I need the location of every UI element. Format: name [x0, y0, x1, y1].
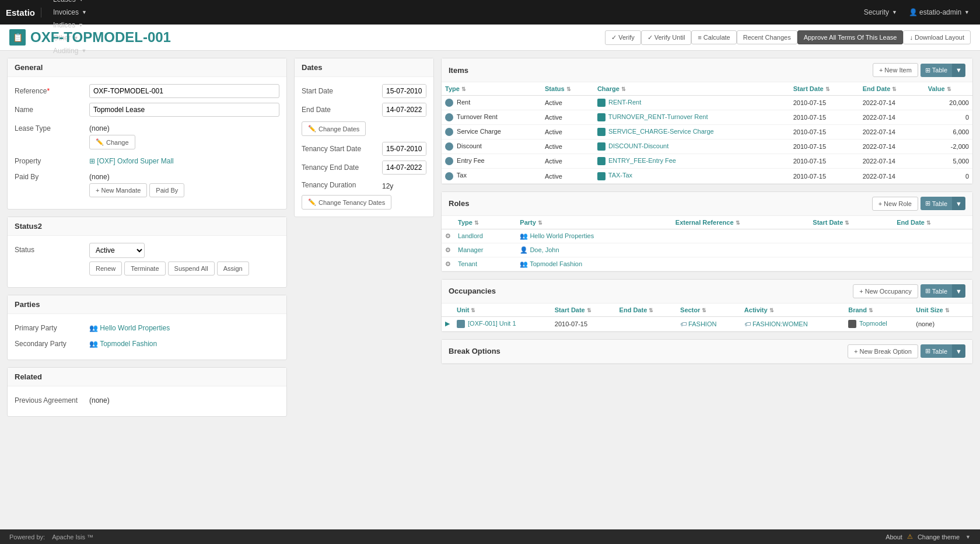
items-table-button[interactable]: ⊞ Table: [921, 64, 952, 77]
break-options-table-dropdown[interactable]: ▼: [952, 344, 965, 358]
items-header: Items + New Item ⊞ Table ▼: [442, 58, 972, 82]
nav-user[interactable]: 👤 estatio-admin▼: [904, 6, 974, 19]
item-charge-link[interactable]: RENT-Rent: [608, 99, 641, 106]
status2-body: Status Active Inactive Suspended Renew T…: [8, 236, 286, 287]
right-column: Items + New Item ⊞ Table ▼ Type ⇅ Status…: [441, 58, 973, 364]
reference-input[interactable]: [89, 84, 279, 98]
suspend-all-button[interactable]: Suspend All: [168, 261, 215, 276]
end-date-input[interactable]: [383, 103, 426, 116]
secondary-party-link[interactable]: Topmodel Fashion: [100, 340, 157, 348]
new-occupancy-button[interactable]: + New Occupancy: [853, 284, 918, 298]
page-header: 📋 OXF-TOPMODEL-001 ✓ Verify✓ Verify Unti…: [0, 25, 980, 51]
status-select[interactable]: Active Inactive Suspended: [89, 243, 145, 258]
items-col-charge[interactable]: Charge ⇅: [594, 82, 790, 96]
role-start-date: [809, 243, 893, 257]
calculate-button[interactable]: ≡ Calculate: [691, 30, 736, 44]
approve-all-terms-of-this-lease-button[interactable]: Approve All Terms Of This Lease: [797, 30, 904, 44]
occ-col-sector[interactable]: Sector ⇅: [677, 304, 741, 317]
item-charge-link[interactable]: SERVICE_CHARGE-Service Charge: [608, 128, 714, 135]
verify-until-button[interactable]: ✓ Verify Until: [641, 30, 692, 45]
nav-item-auditing[interactable]: Auditing▼: [48, 44, 110, 57]
roles-col-type-label[interactable]: Type ⇅: [454, 216, 516, 229]
renew-button[interactable]: Renew: [89, 261, 122, 276]
occ-sector: 🏷 FASHION: [677, 316, 741, 331]
primary-party-link[interactable]: Hello World Properties: [100, 324, 170, 332]
start-date-input[interactable]: [383, 85, 426, 97]
roles-col-party[interactable]: Party ⇅: [516, 216, 672, 229]
tenancy-end-input[interactable]: [383, 161, 426, 174]
new-item-button[interactable]: + New Item: [873, 63, 918, 77]
occ-col-brand[interactable]: Brand ⇅: [845, 304, 912, 317]
occ-activity-link[interactable]: FASHION:WOMEN: [752, 320, 808, 327]
items-col-status[interactable]: Status ⇅: [541, 82, 594, 96]
roles-table-button[interactable]: ⊞ Table: [921, 197, 952, 210]
download-layout-button[interactable]: ↓ Download Layout: [903, 30, 971, 44]
tenancy-start-input[interactable]: [383, 142, 426, 155]
items-table-body: Rent Active RENT-Rent 2010-07-15 2022-07…: [442, 96, 972, 184]
change-button[interactable]: ✏️ Change: [89, 135, 135, 149]
occ-col-activity[interactable]: Activity ⇅: [741, 304, 845, 317]
item-value: -2,000: [925, 140, 972, 154]
occ-col-unit[interactable]: Unit ⇅: [453, 304, 551, 317]
occupancies-header: Occupancies + New Occupancy ⊞ Table ▼: [442, 280, 972, 304]
item-value: 0: [925, 110, 972, 125]
role-type-link[interactable]: Landlord: [458, 232, 483, 239]
occupancies-actions: + New Occupancy ⊞ Table ▼: [853, 284, 965, 298]
item-value: 6,000: [925, 125, 972, 140]
change-tenancy-dates-button[interactable]: ✏️ Change Tenancy Dates: [302, 195, 391, 210]
item-charge: ENTRY_FEE-Entry Fee: [594, 154, 790, 169]
roles-col-start[interactable]: Start Date ⇅: [809, 216, 893, 229]
nav-security[interactable]: Security▼: [859, 6, 902, 19]
property-link[interactable]: [OXF] Oxford Super Mall: [97, 157, 173, 165]
occupancies-table-button[interactable]: ⊞ Table: [921, 284, 952, 298]
new-role-button[interactable]: + New Role: [872, 197, 918, 211]
role-settings-icon[interactable]: ⚙: [442, 229, 454, 243]
occ-col-unit-size[interactable]: Unit Size ⇅: [912, 304, 972, 317]
roles-col-end[interactable]: End Date ⇅: [893, 216, 972, 229]
name-input[interactable]: [89, 103, 279, 117]
tenancy-end-row: Tenancy End Date 📅: [302, 161, 426, 175]
change-dates-button[interactable]: ✏️ Change Dates: [302, 121, 366, 136]
role-type-link[interactable]: Tenant: [458, 260, 477, 267]
occ-unit-link[interactable]: [OXF-001] Unit 1: [468, 320, 516, 327]
role-settings-icon[interactable]: ⚙: [442, 243, 454, 257]
item-charge-link[interactable]: DISCOUNT-Discount: [608, 142, 668, 149]
nav-item-invoices[interactable]: Invoices▼: [48, 6, 110, 19]
items-col-end-date[interactable]: End Date ⇅: [859, 82, 925, 96]
items-table-dropdown[interactable]: ▼: [952, 64, 965, 77]
item-charge-link[interactable]: TURNOVER_RENT-Turnover Rent: [608, 113, 708, 120]
role-party-link[interactable]: Hello World Properties: [530, 232, 594, 239]
assign-button[interactable]: Assign: [217, 261, 249, 276]
break-options-title: Break Options: [449, 347, 501, 355]
item-charge-link[interactable]: ENTRY_FEE-Entry Fee: [608, 157, 676, 164]
terminate-button[interactable]: Terminate: [124, 261, 165, 276]
occ-activity: 🏷 FASHION:WOMEN: [741, 316, 845, 331]
brand-logo[interactable]: Estatio: [6, 8, 41, 18]
occupancies-table-header: Unit ⇅ Start Date ⇅ End Date ⇅ Sector ⇅ …: [442, 304, 972, 317]
items-col-type[interactable]: Type ⇅: [442, 82, 541, 96]
verify-button[interactable]: ✓ Verify: [605, 30, 641, 45]
occ-col-end[interactable]: End Date ⇅: [616, 304, 677, 317]
new-break-option-button[interactable]: + New Break Option: [848, 344, 918, 358]
nav-item-leases[interactable]: Leases▼: [48, 0, 110, 6]
role-end-date: [893, 257, 972, 271]
roles-col-ext-ref[interactable]: External Reference ⇅: [672, 216, 809, 229]
occupancies-table-dropdown[interactable]: ▼: [952, 284, 965, 298]
items-col-start-date[interactable]: Start Date ⇅: [790, 82, 859, 96]
items-col-value[interactable]: Value ⇅: [925, 82, 972, 96]
occ-sector-link[interactable]: FASHION: [688, 320, 716, 327]
new-mandate-button[interactable]: + New Mandate: [89, 183, 147, 197]
role-settings-icon[interactable]: ⚙: [442, 257, 454, 271]
roles-col-type[interactable]: [442, 216, 454, 229]
role-type-link[interactable]: Manager: [458, 246, 483, 253]
paid-by-button[interactable]: Paid By: [149, 183, 184, 197]
roles-table-dropdown[interactable]: ▼: [952, 197, 965, 210]
role-party-link[interactable]: Doe, John: [530, 246, 559, 253]
recent-changes-button[interactable]: Recent Changes: [737, 30, 797, 44]
break-options-table-button[interactable]: ⊞ Table: [921, 344, 952, 358]
role-type: Manager: [454, 243, 516, 257]
occ-brand-link[interactable]: Topmodel: [859, 320, 887, 327]
occ-col-start[interactable]: Start Date ⇅: [551, 304, 616, 317]
role-party-link[interactable]: Topmodel Fashion: [530, 260, 582, 267]
item-charge-link[interactable]: TAX-Tax: [608, 172, 632, 179]
